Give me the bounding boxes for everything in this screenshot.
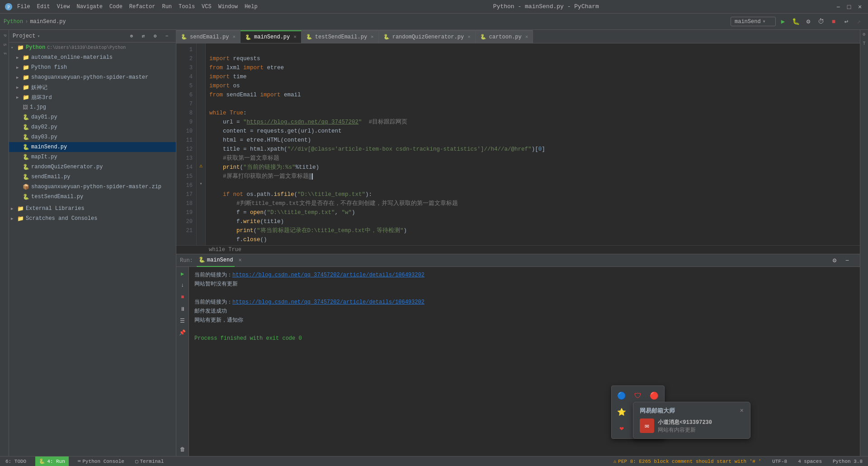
output-link-2[interactable]: https://blog.csdn.net/qq_37457202/articl… (232, 299, 425, 305)
menu-refactor[interactable]: Refactor (129, 4, 156, 10)
menu-vcs[interactable]: VCS (202, 4, 212, 10)
status-warning[interactable]: ⚠ PEP 8: E265 block comment should start… (612, 456, 763, 466)
menu-view[interactable]: View (57, 4, 70, 10)
panel-collapse-icon[interactable]: ⇄ (138, 31, 149, 42)
menu-help[interactable]: Help (245, 4, 258, 10)
menu-window[interactable]: Window (218, 4, 238, 10)
tray-icon-bluetooth[interactable]: 🔵 (614, 389, 629, 403)
folder-icon: 📁 (23, 84, 29, 91)
tree-item-scratches[interactable]: ▶ 📁 Scratches and Consoles (9, 214, 176, 223)
notification-close-button[interactable]: × (740, 407, 744, 414)
run-with-coverage-button[interactable]: ⚙ (803, 16, 814, 27)
fold-icon[interactable]: ▾ (199, 181, 202, 186)
right-panel-icon-2[interactable]: T (860, 39, 868, 48)
run-restart-btn[interactable]: ▶ (178, 269, 188, 279)
status-encoding[interactable]: UTF-8 (770, 456, 789, 466)
tree-item-python-fish[interactable]: ▶ 📁 Python fish (9, 62, 176, 72)
breadcrumb-file[interactable]: mainSend.py (30, 19, 66, 25)
tab-close-testSendEmail[interactable]: × (371, 34, 374, 40)
run-config-selector[interactable]: mainSend ▾ (731, 17, 776, 26)
run-panel-minimize[interactable]: − (842, 255, 853, 266)
tree-item-day02[interactable]: 🐍 day02.py (9, 122, 176, 132)
zip-icon: 📦 (23, 184, 29, 190)
panel-minimize-icon[interactable]: − (161, 31, 172, 42)
tree-item-external[interactable]: ▶ 📁 External Libraries (9, 204, 176, 214)
run-scroll-down-btn[interactable]: ↓ (178, 281, 188, 290)
sidebar-project-icon[interactable]: P (0, 32, 9, 40)
tab-randomQuiz[interactable]: 🐍 randomQuizGenerator.py × (379, 30, 476, 43)
menu-file[interactable]: File (17, 4, 30, 10)
close-button[interactable]: × (856, 3, 863, 10)
run-tab-close[interactable]: × (238, 257, 241, 264)
status-python-version[interactable]: Python 3.8 (831, 456, 864, 466)
file-tree: ▾ 📁 Python C:\Users\91339\Desktop\Python… (9, 43, 176, 456)
output-link-1[interactable]: https://blog.csdn.net/qq_37457202/articl… (232, 272, 425, 278)
status-python-console[interactable]: ⌨ Python Console (76, 456, 126, 466)
tree-item-mapit[interactable]: 🐍 mapIt.py (9, 152, 176, 162)
tab-cartoon[interactable]: 🐍 cartoon.py × (476, 30, 533, 43)
profile-button[interactable]: ⏱ (816, 16, 826, 27)
menu-navigate[interactable]: Navigate (76, 4, 103, 10)
tab-testSendEmail[interactable]: 🐍 testSendEmail.py × (302, 30, 379, 43)
tray-icon-yellow[interactable]: ⭐ (614, 405, 629, 419)
tree-item-yaoshenji[interactable]: ▶ 📁 妖神记 (9, 82, 176, 92)
tab-close-cartoon[interactable]: × (525, 34, 528, 40)
minimize-button[interactable]: − (835, 3, 842, 10)
run-button[interactable]: ▶ (778, 16, 788, 27)
expand-icon: ▶ (16, 85, 21, 90)
run-trash-btn[interactable]: 🗑 (178, 444, 188, 454)
menu-tools[interactable]: Tools (179, 4, 195, 10)
terminal-icon: ▢ (135, 458, 138, 464)
tree-item-benghuai[interactable]: ▶ 📁 崩坏3rd (9, 92, 176, 102)
folded-hint[interactable]: while True (176, 245, 860, 254)
tree-item-zip[interactable]: 📦 shaoguanxueyuan-python-spider-master.z… (9, 182, 176, 192)
tree-item-shaoguanxueyuan[interactable]: ▶ 📁 shaoguanxueyuan-python-spider-master (9, 72, 176, 82)
run-stop-btn[interactable]: ■ (178, 292, 188, 302)
status-run[interactable]: 🐍 4: Run (35, 456, 69, 466)
revert-button[interactable]: ↩ (841, 16, 852, 27)
status-line-ending[interactable]: 4 spaces (796, 456, 824, 466)
run-pin-btn[interactable]: 📌 (178, 328, 188, 338)
menu-run[interactable]: Run (162, 4, 172, 10)
tab-sendEmail[interactable]: 🐍 sendEmail.py × (176, 30, 241, 43)
panel-settings-icon[interactable]: ⚙ (150, 31, 160, 42)
tree-item-randomquiz[interactable]: 🐍 randomQuizGenerator.py (9, 162, 176, 172)
sidebar-structure-icon[interactable]: S (0, 41, 9, 49)
run-tab-mainSend[interactable]: 🐍 mainSend (197, 254, 235, 267)
tree-item-1jpg[interactable]: 🖼 1.jpg (9, 102, 176, 112)
tree-item-mainSend[interactable]: 🐍 mainSend.py (9, 142, 176, 152)
tab-close-sendEmail[interactable]: × (232, 34, 236, 40)
debug-button[interactable]: 🐛 (790, 16, 801, 27)
maximize-button[interactable]: □ (845, 3, 853, 10)
panel-dropdown-icon[interactable]: ▾ (37, 33, 40, 39)
right-panel-icon-1[interactable]: ⚙ (860, 30, 868, 39)
panel-locate-icon[interactable]: ⊕ (126, 31, 137, 42)
tray-icon-netease[interactable]: 🔴 (647, 389, 661, 403)
output-line-2: 网站暂时没有更新 (194, 280, 854, 289)
run-pause-btn[interactable]: ⏸ (178, 304, 188, 314)
tab-mainSend[interactable]: 🐍 mainSend.py × (241, 30, 302, 43)
run-list-btn[interactable]: ☰ (178, 316, 188, 326)
code-editor[interactable]: 12345 678910 1112131415 1617181920 21 (176, 43, 860, 245)
tab-close-randomQuiz[interactable]: × (467, 34, 471, 40)
status-todo[interactable]: 6: TODO (4, 456, 28, 466)
code-content[interactable]: import requests from lxml import etree i… (206, 43, 860, 245)
stop-button[interactable]: ■ (828, 16, 839, 27)
status-terminal[interactable]: ▢ Terminal (133, 456, 165, 466)
tab-close-mainSend[interactable]: × (293, 34, 297, 40)
tree-item-day01[interactable]: 🐍 day01.py (9, 112, 176, 122)
breadcrumb-root[interactable]: Python (4, 19, 23, 25)
tree-item-day03[interactable]: 🐍 day03.py (9, 132, 176, 142)
tray-icon-red2[interactable]: ❤ (614, 421, 629, 436)
tray-icon-antivirus[interactable]: 🛡 (631, 389, 645, 403)
tree-item-testsendemail[interactable]: 🐍 testSendEmail.py (9, 192, 176, 202)
menu-code[interactable]: Code (109, 4, 123, 10)
tree-root[interactable]: ▾ 📁 Python C:\Users\91339\Desktop\Python (9, 43, 176, 52)
menu-edit[interactable]: Edit (37, 4, 50, 10)
sidebar-favorites-icon[interactable]: F (0, 50, 9, 58)
tree-item-automate[interactable]: ▶ 📁 automate_online-materials (9, 52, 176, 62)
tree-item-sendemail[interactable]: 🐍 sendEmail.py (9, 172, 176, 182)
run-panel-settings[interactable]: ⚙ (829, 255, 840, 266)
update-button[interactable]: ↗ (854, 16, 864, 27)
notification-area: 网易邮箱大师 × ✉ 小道消息<913397230 网站有内容更新 (633, 402, 750, 439)
